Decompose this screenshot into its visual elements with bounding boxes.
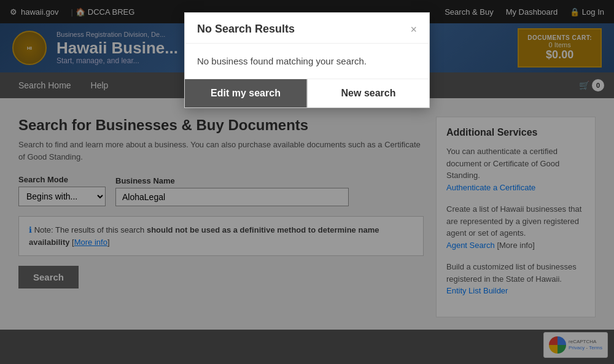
new-search-button[interactable]: New search bbox=[307, 79, 429, 107]
modal-overlay[interactable]: No Search Results × No business found ma… bbox=[0, 0, 614, 364]
modal-body: No business found matching your search. bbox=[185, 44, 429, 79]
modal-body-text: No business found matching your search. bbox=[197, 56, 417, 66]
modal-header: No Search Results × bbox=[185, 13, 429, 44]
modal-title: No Search Results bbox=[197, 23, 295, 36]
no-results-modal: No Search Results × No business found ma… bbox=[184, 12, 430, 108]
modal-close-button[interactable]: × bbox=[410, 24, 417, 35]
modal-footer: Edit my search New search bbox=[185, 79, 429, 107]
edit-search-button[interactable]: Edit my search bbox=[185, 79, 307, 107]
